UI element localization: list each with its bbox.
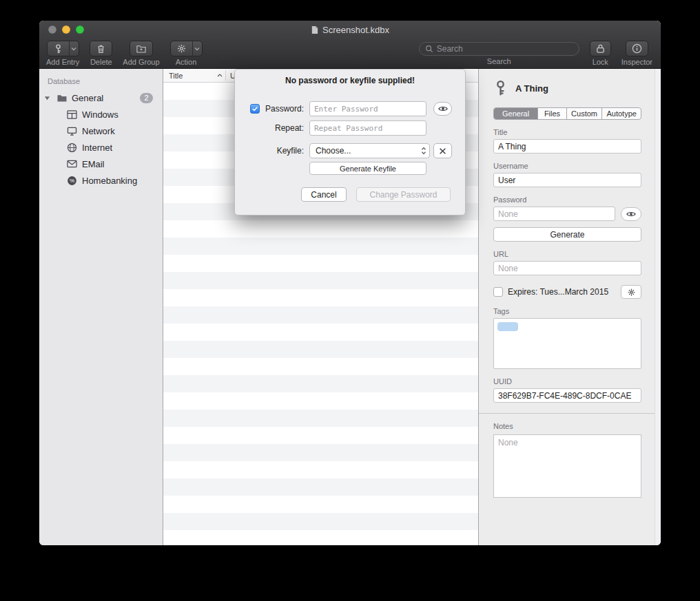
svg-text:%: % xyxy=(70,178,74,184)
percent-coin-icon: % xyxy=(66,175,78,187)
check-icon xyxy=(251,105,258,112)
trash-icon xyxy=(96,43,106,54)
group-count-badge: 2 xyxy=(140,93,153,103)
sidebar-item-label: EMail xyxy=(82,159,105,169)
keyfile-label: Keyfile: xyxy=(260,146,304,156)
column-header-title[interactable]: Title xyxy=(163,72,183,80)
dialog-buttons: Cancel Change Password xyxy=(235,187,465,202)
gear-icon xyxy=(627,288,636,297)
reveal-password-button[interactable] xyxy=(621,207,641,221)
chevron-down-icon[interactable] xyxy=(192,41,202,56)
expires-checkbox[interactable] xyxy=(493,287,503,297)
tag-chip[interactable] xyxy=(497,322,518,331)
search-field[interactable] xyxy=(419,42,579,56)
sidebar-item-windows[interactable]: Windows xyxy=(39,106,163,123)
action-button[interactable] xyxy=(170,41,203,56)
expires-row: Expires: Tues...March 2015 xyxy=(493,285,641,299)
sidebar-item-internet[interactable]: Internet xyxy=(39,139,163,156)
eye-icon xyxy=(438,105,449,112)
toolbar-delete: Delete xyxy=(90,41,112,66)
generate-keyfile-button[interactable]: Generate Keyfile xyxy=(309,162,426,175)
change-password-button[interactable]: Change Password xyxy=(356,187,451,202)
chevron-down-icon[interactable] xyxy=(69,41,79,56)
generate-password-button[interactable]: Generate xyxy=(493,227,641,242)
expires-options-button[interactable] xyxy=(621,285,641,299)
column-separator[interactable] xyxy=(225,70,226,81)
expires-label: Expires: Tues...March 2015 xyxy=(508,287,616,297)
tags-field[interactable] xyxy=(493,318,641,369)
title-field-label: Title xyxy=(493,128,641,136)
window-title-text: Screenshot.kdbx xyxy=(322,25,389,35)
password-input[interactable] xyxy=(309,101,426,116)
clear-keyfile-button[interactable] xyxy=(433,143,452,158)
add-entry-button[interactable] xyxy=(47,41,79,56)
inspector-divider xyxy=(479,413,661,414)
tab-files[interactable]: Files xyxy=(538,108,566,119)
toolbar-search: Search xyxy=(419,41,579,65)
lock-icon xyxy=(596,43,605,54)
keyfile-popup[interactable]: Choose... xyxy=(309,143,430,158)
cancel-button[interactable]: Cancel xyxy=(301,187,347,202)
minimize-button[interactable] xyxy=(62,25,70,34)
window-header: Screenshot.kdbx Add Entry xyxy=(39,21,661,69)
zoom-button[interactable] xyxy=(76,25,84,34)
sort-ascending-icon xyxy=(217,74,223,77)
toolbar-add-group: Add Group xyxy=(123,41,159,66)
tags-label: Tags xyxy=(493,307,641,315)
username-field[interactable] xyxy=(493,173,641,187)
change-password-dialog: No password or keyfile supplied! Passwor… xyxy=(234,69,466,215)
eye-icon xyxy=(626,211,637,218)
sidebar: Database General 2 Windows xyxy=(39,69,163,545)
search-icon xyxy=(425,45,433,53)
inspector-button[interactable] xyxy=(626,41,648,56)
sidebar-item-homebanking[interactable]: % Homebanking xyxy=(39,172,163,189)
folder-plus-icon xyxy=(136,43,147,54)
delete-label: Delete xyxy=(90,58,112,66)
sidebar-item-email[interactable]: EMail xyxy=(39,156,163,172)
lock-label: Lock xyxy=(593,58,608,66)
delete-button[interactable] xyxy=(90,41,112,56)
tab-autotype[interactable]: Autotype xyxy=(602,108,641,119)
lock-button[interactable] xyxy=(590,41,611,56)
key-icon xyxy=(493,80,508,96)
stepper-icon xyxy=(421,146,426,156)
app-window: Screenshot.kdbx Add Entry xyxy=(39,21,661,545)
toolbar-action: Action xyxy=(170,41,203,66)
password-row xyxy=(493,207,641,221)
sidebar-item-label: Windows xyxy=(82,109,119,120)
email-icon xyxy=(66,158,78,170)
keyfile-popup-value: Choose... xyxy=(316,146,421,156)
inspector-scrollbar[interactable] xyxy=(655,69,661,545)
window-title: Screenshot.kdbx xyxy=(311,25,389,35)
toolbar: Add Entry Delete Add Group xyxy=(39,39,661,69)
add-group-button[interactable] xyxy=(130,41,153,56)
url-field[interactable] xyxy=(493,261,641,275)
document-icon xyxy=(311,25,318,34)
password-checkbox[interactable] xyxy=(250,104,260,114)
entry-header: A Thing xyxy=(493,77,641,99)
tab-general[interactable]: General xyxy=(494,108,538,119)
sidebar-item-label: Network xyxy=(82,126,115,136)
key-icon xyxy=(48,41,69,56)
title-field[interactable] xyxy=(493,139,641,154)
sidebar-item-network[interactable]: Network xyxy=(39,123,163,139)
password-row: Password: xyxy=(250,101,465,116)
password-field[interactable] xyxy=(493,207,615,221)
repeat-password-input[interactable] xyxy=(309,120,426,136)
close-button[interactable] xyxy=(48,25,56,34)
disclosure-triangle-icon[interactable] xyxy=(44,96,52,101)
search-input[interactable] xyxy=(437,44,573,54)
search-label: Search xyxy=(487,57,511,65)
reveal-password-button[interactable] xyxy=(433,102,452,116)
tab-custom[interactable]: Custom xyxy=(567,108,603,119)
titlebar[interactable]: Screenshot.kdbx xyxy=(39,21,661,39)
dialog-message: No password or keyfile supplied! xyxy=(235,76,465,85)
toolbar-add-entry: Add Entry xyxy=(46,41,79,66)
uuid-field[interactable] xyxy=(493,388,641,403)
inspector-panel: A Thing General Files Custom Autotype Ti… xyxy=(479,69,661,545)
action-label: Action xyxy=(176,58,197,66)
folder-icon xyxy=(56,92,68,104)
password-field-label: Password xyxy=(493,196,641,204)
notes-field[interactable] xyxy=(493,434,641,498)
sidebar-group-general[interactable]: General 2 xyxy=(39,89,163,106)
